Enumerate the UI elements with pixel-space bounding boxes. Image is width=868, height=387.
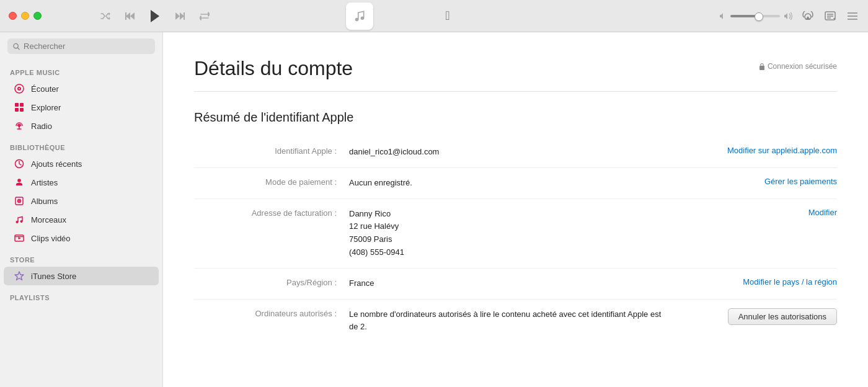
svg-marker-37 xyxy=(19,237,22,239)
volume-control[interactable] xyxy=(719,12,792,20)
svg-point-33 xyxy=(19,200,20,202)
cancel-authorizations-button[interactable]: Annuler les autorisations xyxy=(728,308,837,325)
sidebar-item-albums-label: Albums xyxy=(31,197,58,206)
value-country: France xyxy=(337,277,676,290)
svg-point-34 xyxy=(16,221,19,223)
svg-marker-9 xyxy=(805,16,810,20)
minimize-button[interactable] xyxy=(21,12,29,20)
toolbar-right xyxy=(719,10,859,22)
sidebar-section-playlists: Playlists xyxy=(0,285,162,305)
sidebar-item-albums[interactable]: Albums xyxy=(4,192,159,210)
svg-point-35 xyxy=(20,220,23,223)
sidebar: Apple Music Écouter Explorer xyxy=(0,32,163,387)
svg-marker-5 xyxy=(180,12,184,20)
account-row-apple-id: Identifiant Apple : daniel_rico1@icloud.… xyxy=(194,137,837,168)
value-payment: Aucun enregistré. xyxy=(337,177,676,190)
secure-connection-text: Connexion sécurisée xyxy=(768,62,837,71)
svg-rect-2 xyxy=(125,12,126,20)
label-billing: Adresse de facturation : xyxy=(194,208,337,218)
value-apple-id: daniel_rico1@icloud.com xyxy=(337,146,676,159)
sidebar-item-tracks[interactable]: Morceaux xyxy=(4,210,159,229)
sidebar-item-listen-label: Écouter xyxy=(31,84,59,94)
svg-rect-24 xyxy=(15,108,19,112)
svg-point-7 xyxy=(355,17,359,21)
volume-slider[interactable] xyxy=(730,15,780,17)
page-title: Détails du compte xyxy=(194,57,353,80)
sidebar-item-artists[interactable]: Artistes xyxy=(4,173,159,192)
label-computers: Ordinateurs autorisés : xyxy=(194,308,337,318)
account-row-billing: Adresse de facturation : Danny Rico12 ru… xyxy=(194,199,837,269)
volume-high-icon xyxy=(784,12,792,20)
lyrics-button[interactable] xyxy=(823,10,837,22)
sidebar-item-listen[interactable]: Écouter xyxy=(4,79,159,98)
clips-icon xyxy=(14,233,25,244)
svg-rect-22 xyxy=(15,103,19,107)
account-row-country: Pays/Région : France Modifier le pays / … xyxy=(194,269,837,300)
secure-connection-badge: Connexion sécurisée xyxy=(759,62,837,71)
label-country: Pays/Région : xyxy=(194,277,337,287)
app-body: Apple Music Écouter Explorer xyxy=(0,32,868,387)
sidebar-section-library: Bibliothèque xyxy=(0,135,162,154)
tracks-icon xyxy=(14,214,25,225)
sidebar-item-recent-label: Ajouts récents xyxy=(31,159,82,169)
maximize-button[interactable] xyxy=(33,12,42,20)
action-payment[interactable]: Gérer les paiements xyxy=(676,177,837,186)
action-apple-id[interactable]: Modifier sur appleid.apple.com xyxy=(676,146,837,155)
sidebar-item-itunes[interactable]: iTunes Store xyxy=(4,267,159,285)
radio-icon xyxy=(14,120,25,131)
svg-point-21 xyxy=(19,88,20,89)
search-icon xyxy=(13,43,20,50)
section-title: Résumé de l'identifiant Apple xyxy=(194,110,837,125)
traffic-lights xyxy=(0,12,42,20)
music-note-button[interactable] xyxy=(346,2,373,30)
svg-marker-4 xyxy=(175,12,180,20)
itunes-store-icon xyxy=(14,270,25,282)
prev-button[interactable] xyxy=(124,11,136,22)
sidebar-item-radio[interactable]: Radio xyxy=(4,117,159,135)
account-row-payment: Mode de paiement : Aucun enregistré. Gér… xyxy=(194,168,837,199)
sidebar-item-explore[interactable]: Explorer xyxy=(4,98,159,117)
account-table: Identifiant Apple : daniel_rico1@icloud.… xyxy=(194,137,837,342)
svg-marker-0 xyxy=(130,12,135,20)
sidebar-item-clips[interactable]: Clips vidéo xyxy=(4,229,159,247)
next-button[interactable] xyxy=(174,11,186,22)
action-country[interactable]: Modifier le pays / la région xyxy=(676,277,837,287)
svg-rect-6 xyxy=(184,12,185,20)
albums-icon xyxy=(14,195,25,207)
svg-marker-1 xyxy=(126,12,130,20)
shuffle-button[interactable] xyxy=(99,11,112,21)
play-button[interactable] xyxy=(149,9,161,23)
search-input[interactable] xyxy=(24,42,149,51)
airplay-button[interactable] xyxy=(801,10,815,22)
svg-rect-40 xyxy=(760,66,764,70)
sidebar-item-clips-label: Clips vidéo xyxy=(31,234,71,243)
lock-icon xyxy=(759,63,765,70)
recent-icon xyxy=(14,158,25,169)
action-computers-wrap: Annuler les autorisations xyxy=(676,308,837,325)
sidebar-item-radio-label: Radio xyxy=(31,122,52,131)
search-wrap[interactable] xyxy=(7,38,155,54)
svg-rect-23 xyxy=(20,103,24,107)
apple-logo:  xyxy=(445,9,450,23)
page-header: Détails du compte Connexion sécurisée xyxy=(194,57,837,92)
sidebar-item-itunes-label: iTunes Store xyxy=(31,272,76,281)
explore-icon xyxy=(14,102,25,113)
svg-point-8 xyxy=(361,16,365,20)
sidebar-item-artists-label: Artistes xyxy=(31,178,58,187)
svg-line-18 xyxy=(18,48,20,50)
label-apple-id: Identifiant Apple : xyxy=(194,146,337,156)
sidebar-section-apple-music: Apple Music xyxy=(0,60,162,79)
volume-low-icon xyxy=(719,12,727,20)
repeat-button[interactable] xyxy=(198,11,211,22)
close-button[interactable] xyxy=(9,12,17,20)
sidebar-item-recent[interactable]: Ajouts récents xyxy=(4,154,159,173)
listen-icon xyxy=(14,83,25,94)
titlebar:  xyxy=(0,0,868,32)
search-bar xyxy=(0,32,162,60)
value-computers: Le nombre d'ordinateurs autorisés à lire… xyxy=(337,308,676,334)
now-playing-center:  xyxy=(346,2,522,30)
main-content: Détails du compte Connexion sécurisée Ré… xyxy=(163,32,868,387)
queue-button[interactable] xyxy=(846,11,859,22)
sidebar-item-tracks-label: Morceaux xyxy=(31,215,66,225)
action-billing[interactable]: Modifier xyxy=(676,208,837,217)
